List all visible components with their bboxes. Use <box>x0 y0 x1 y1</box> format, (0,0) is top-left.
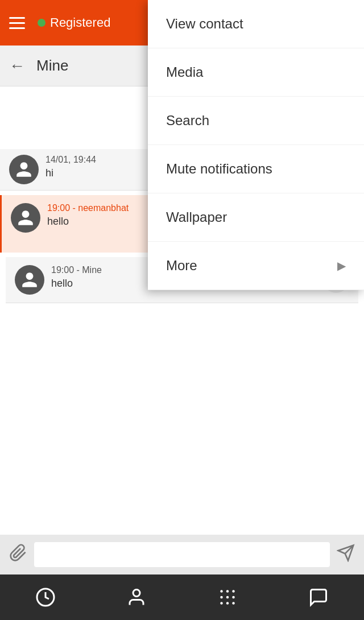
menu-item-label: View contact <box>166 16 243 32</box>
chevron-right-icon: ▶ <box>337 259 346 272</box>
dropdown-overlay: View contact Media Search Mute notificat… <box>0 0 364 620</box>
menu-item-label: Wallpaper <box>166 209 227 225</box>
menu-item-more[interactable]: More ▶ <box>148 242 364 290</box>
menu-item-label: More <box>166 258 197 274</box>
menu-item-mute[interactable]: Mute notifications <box>148 145 364 193</box>
menu-item-label: Mute notifications <box>166 161 272 177</box>
menu-item-media[interactable]: Media <box>148 48 364 97</box>
menu-item-search[interactable]: Search <box>148 97 364 145</box>
menu-item-label: Search <box>166 113 209 129</box>
dropdown-menu: View contact Media Search Mute notificat… <box>148 0 364 290</box>
menu-item-label: Media <box>166 64 203 80</box>
menu-item-view-contact[interactable]: View contact <box>148 0 364 48</box>
menu-item-wallpaper[interactable]: Wallpaper <box>148 193 364 242</box>
